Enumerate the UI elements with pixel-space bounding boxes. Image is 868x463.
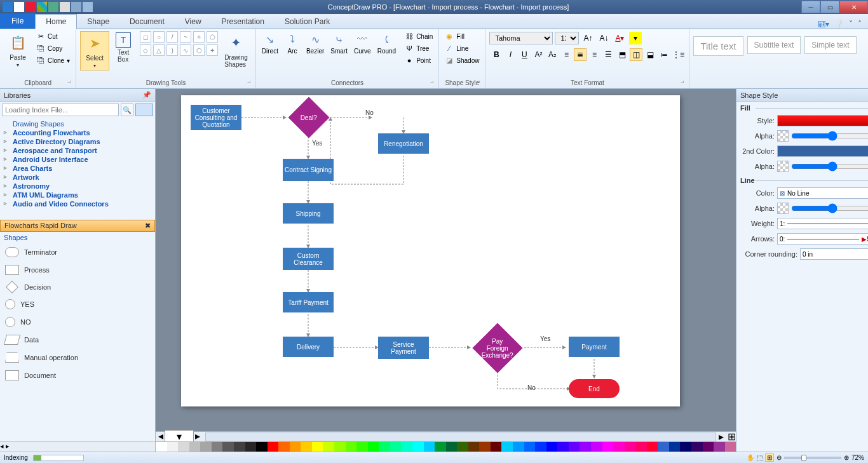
node-consulting[interactable]: Customer Consulting and Quotation	[191, 105, 241, 130]
left-horizontal-scrollbar[interactable]: ◂ ▸	[0, 441, 155, 452]
snap-tool-icon[interactable]: ⊞	[765, 453, 774, 462]
node-exchange[interactable]: Pay Foreign Exchange?	[472, 323, 522, 373]
color-swatch[interactable]	[691, 442, 703, 452]
color-swatch[interactable]	[346, 442, 357, 452]
close-button[interactable]: ✕	[839, 1, 868, 13]
color-swatch[interactable]	[602, 442, 614, 452]
minimize-button[interactable]: ─	[801, 1, 820, 13]
line-arrows[interactable]: 0:▶5	[777, 233, 868, 245]
zoom-in-button[interactable]: ⊕	[844, 454, 849, 461]
color-swatch[interactable]	[703, 442, 714, 452]
fill-style-swatch[interactable]	[777, 115, 868, 126]
connector-bezier[interactable]: ∿Bezier	[304, 31, 326, 55]
color-swatch[interactable]	[234, 442, 245, 452]
color-swatch[interactable]	[635, 442, 647, 452]
zoom-percent[interactable]: 72%	[851, 454, 864, 461]
color-swatch[interactable]	[457, 442, 468, 452]
tab-solutionpark[interactable]: Solution Park	[275, 15, 340, 29]
zoom-slider[interactable]	[784, 457, 841, 459]
collapse-ribbon-icon[interactable]: ˅	[849, 20, 853, 29]
fill-alpha2-slider[interactable]	[791, 161, 868, 171]
node-service[interactable]: Service Payment	[378, 337, 429, 359]
cut-button[interactable]: ✂Cut	[34, 31, 72, 41]
shape-manual[interactable]: Manual operation	[0, 349, 155, 366]
color-swatch[interactable]	[356, 442, 368, 452]
connector-arc[interactable]: ⤵Arc	[283, 31, 302, 55]
library-search-input[interactable]	[2, 104, 119, 116]
shape-tool-grid[interactable]: ◻○/~✧⬠ ◇△)∿⬡✦	[140, 31, 218, 56]
subtitle-placeholder[interactable]: Subtitle text	[747, 36, 801, 54]
zoom-out-button[interactable]: ⊖	[776, 454, 782, 461]
horizontal-scrollbar[interactable]: ◂▾▸ ▸⊞	[156, 431, 736, 441]
line-color[interactable]: ⊠No Line	[777, 187, 868, 199]
color-swatch[interactable]	[680, 442, 691, 452]
bullet-list-button[interactable]: ≔	[658, 48, 670, 61]
shadow-button[interactable]: ◪Shadow	[443, 55, 481, 65]
subscript-button[interactable]: A₂	[546, 48, 559, 61]
close-section-icon[interactable]: ✖	[145, 222, 151, 230]
node-deal[interactable]: Deal?	[288, 97, 329, 138]
color-swatch[interactable]	[278, 442, 290, 452]
number-list-button[interactable]: ⋮≡	[672, 48, 684, 61]
rapid-draw-header[interactable]: Flowcharts Rapid Draw✖	[0, 220, 155, 232]
color-swatch[interactable]	[535, 442, 546, 452]
color-swatch[interactable]	[401, 442, 412, 452]
clone-button[interactable]: ⿻Clone ▾	[34, 55, 72, 65]
node-renegotiation[interactable]: Renegotiation	[378, 133, 429, 154]
tab-view[interactable]: View	[175, 15, 212, 29]
increase-font-icon[interactable]: A↑	[581, 32, 594, 44]
color-swatch[interactable]	[268, 442, 279, 452]
tab-document[interactable]: Document	[119, 15, 175, 29]
color-swatch[interactable]	[524, 442, 536, 452]
line-alpha-slider[interactable]	[791, 203, 868, 213]
color-swatch[interactable]	[222, 442, 234, 452]
color-swatch[interactable]	[658, 442, 669, 452]
canvas[interactable]: Customer Consulting and Quotation Deal? …	[156, 89, 736, 431]
fill-alpha-slider[interactable]	[791, 131, 868, 141]
color-swatch[interactable]	[290, 442, 301, 452]
color-swatch[interactable]	[189, 442, 201, 452]
connector-point[interactable]: ●Point	[403, 55, 435, 65]
connector-round[interactable]: ⤹Round	[376, 31, 398, 55]
file-tab[interactable]: File	[0, 13, 35, 29]
highlight-icon[interactable]: ▾	[629, 32, 642, 44]
select-tool[interactable]: ➤Select▾	[80, 31, 109, 70]
color-swatch[interactable]	[256, 442, 268, 452]
color-swatch[interactable]	[323, 442, 334, 452]
connector-direct[interactable]: ↘Direct	[260, 31, 280, 55]
color-swatch[interactable]	[245, 442, 257, 452]
align-center-button[interactable]: ≣	[574, 48, 587, 61]
line-weight[interactable]: 1:	[777, 218, 868, 229]
color-swatch[interactable]	[334, 442, 346, 452]
italic-button[interactable]: I	[504, 48, 517, 61]
view-toggle-button[interactable]	[135, 104, 153, 116]
hand-tool-icon[interactable]: ✋	[747, 454, 754, 461]
connector-chain[interactable]: ⛓Chain	[403, 31, 435, 41]
color-swatch[interactable]	[513, 442, 524, 452]
decrease-font-icon[interactable]: A↓	[597, 32, 610, 44]
valign-mid-button[interactable]: ◫	[630, 48, 642, 61]
connector-curve[interactable]: 〰Curve	[352, 31, 373, 55]
simple-placeholder[interactable]: Simple text	[804, 36, 856, 54]
connector-smart[interactable]: ⤷Smart	[329, 31, 349, 55]
color-swatch[interactable]	[491, 442, 502, 452]
shape-decision[interactable]: Decision	[0, 279, 155, 295]
maximize-button[interactable]: ▭	[820, 1, 839, 13]
color-swatch[interactable]	[569, 442, 580, 452]
color-swatch[interactable]	[156, 442, 167, 452]
node-tariff[interactable]: Tariff Payment	[283, 292, 334, 312]
color-swatch[interactable]	[390, 442, 402, 452]
superscript-button[interactable]: A²	[532, 48, 545, 61]
color-swatch[interactable]	[546, 442, 558, 452]
color-swatch[interactable]	[212, 442, 223, 452]
tab-presentation[interactable]: Presentation	[212, 15, 275, 29]
color-swatch[interactable]	[435, 442, 446, 452]
color-swatch[interactable]	[167, 442, 179, 452]
node-shipping[interactable]: Shipping	[283, 203, 334, 224]
shape-no[interactable]: NO	[0, 313, 155, 331]
color-swatch[interactable]	[591, 442, 602, 452]
align-left-button[interactable]: ≡	[560, 48, 573, 61]
textbox-tool[interactable]: TText Box	[112, 31, 135, 64]
paste-button[interactable]: 📋Paste▾	[4, 31, 32, 69]
corner-rounding[interactable]: 0 in	[800, 248, 868, 260]
